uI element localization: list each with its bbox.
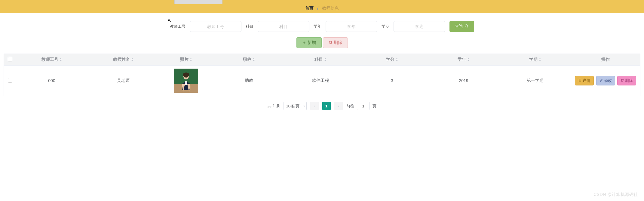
- sort-icon: [539, 58, 541, 61]
- cell-term: 第一学期: [499, 66, 571, 96]
- document-icon: [578, 79, 582, 83]
- search-bar: 教师工号 科目 学年 学期 查询: [0, 21, 644, 32]
- pager-total: 共 1 条: [268, 103, 280, 109]
- delete-row-button[interactable]: 删除: [617, 76, 636, 85]
- plus-icon: ＋: [302, 40, 306, 45]
- svg-point-0: [465, 24, 468, 27]
- row-checkbox[interactable]: [8, 78, 12, 82]
- cell-photo: [159, 66, 213, 96]
- detail-button[interactable]: 详情: [575, 76, 594, 85]
- add-button-label: 新增: [308, 40, 316, 45]
- goto-page-input[interactable]: [357, 102, 370, 110]
- cell-teacher-id: 000: [16, 66, 87, 96]
- subject-input[interactable]: [258, 21, 309, 32]
- sort-icon: [467, 58, 470, 61]
- teacher-id-label: 教师工号: [170, 24, 186, 29]
- goto-prefix: 前往: [346, 104, 354, 108]
- cell-subject: 软件工程: [285, 66, 356, 96]
- breadcrumb: 首页 / 教师信息: [305, 6, 339, 11]
- window-fragment: [174, 0, 222, 4]
- table-header-row: 教师工号 教师姓名 照片 职称 科目 学分 学年 学期 操作: [4, 54, 640, 66]
- subject-label: 科目: [246, 24, 253, 29]
- breadcrumb-separator: /: [317, 6, 318, 11]
- detail-button-label: 详情: [583, 78, 590, 83]
- goto-suffix: 页: [373, 104, 376, 108]
- col-photo[interactable]: 照片: [159, 54, 213, 66]
- col-teacher-id[interactable]: 教师工号: [16, 54, 87, 66]
- sort-icon: [253, 58, 255, 61]
- term-input[interactable]: [394, 21, 445, 32]
- edit-icon: [600, 79, 603, 83]
- query-button-label: 查询: [455, 24, 463, 29]
- teacher-photo: [174, 69, 198, 93]
- page-size-select[interactable]: 10条/页: [284, 102, 307, 110]
- page-number-button[interactable]: 1: [322, 102, 331, 110]
- col-credit[interactable]: 学分: [356, 54, 428, 66]
- cell-teacher-name: 吴老师: [87, 66, 159, 96]
- goto-page: 前往 页: [346, 102, 376, 110]
- cell-title: 助教: [213, 66, 285, 96]
- sort-icon: [396, 58, 398, 61]
- sort-icon: [131, 58, 133, 61]
- year-label: 学年: [314, 24, 321, 29]
- delete-row-button-label: 删除: [625, 78, 633, 83]
- svg-rect-5: [185, 81, 187, 85]
- pagination: 共 1 条 10条/页 ▾ ‹ 1 › 前往 页: [0, 102, 644, 110]
- data-table: 教师工号 教师姓名 照片 职称 科目 学分 学年 学期 操作 000 吴老师: [4, 54, 640, 96]
- col-ops: 操作: [571, 54, 640, 66]
- teacher-id-input[interactable]: [190, 21, 241, 32]
- next-page-button[interactable]: ›: [334, 102, 343, 110]
- action-bar: ＋ 新增 删除: [0, 37, 644, 48]
- breadcrumb-home[interactable]: 首页: [305, 6, 314, 11]
- trash-icon: [621, 79, 624, 83]
- sort-icon: [60, 58, 62, 61]
- cell-ops: 详情 修改 删除: [571, 66, 640, 96]
- term-label: 学期: [382, 24, 389, 29]
- delete-button-label: 删除: [334, 40, 342, 45]
- breadcrumb-current: 教师信息: [322, 6, 339, 11]
- col-teacher-name[interactable]: 教师姓名: [87, 54, 159, 66]
- prev-page-button[interactable]: ‹: [310, 102, 319, 110]
- svg-line-1: [467, 26, 468, 27]
- sort-icon: [324, 58, 327, 61]
- search-icon: [465, 24, 469, 29]
- select-all-checkbox[interactable]: [8, 57, 12, 61]
- table-row: 000 吴老师 助教 软件工程 3 2019 第一学期: [4, 66, 640, 96]
- add-button[interactable]: ＋ 新增: [296, 37, 322, 48]
- year-input[interactable]: [326, 21, 377, 32]
- delete-button[interactable]: 删除: [323, 37, 348, 48]
- edit-button[interactable]: 修改: [596, 76, 615, 85]
- cell-credit: 3: [356, 66, 428, 96]
- sort-icon: [190, 58, 192, 61]
- col-term[interactable]: 学期: [499, 54, 571, 66]
- col-year[interactable]: 学年: [428, 54, 499, 66]
- cell-year: 2019: [428, 66, 499, 96]
- breadcrumb-band: 首页 / 教师信息: [0, 0, 644, 13]
- col-title[interactable]: 职称: [213, 54, 285, 66]
- trash-icon: [329, 40, 333, 45]
- query-button[interactable]: 查询: [449, 21, 474, 32]
- edit-button-label: 修改: [604, 78, 612, 83]
- col-subject[interactable]: 科目: [285, 54, 356, 66]
